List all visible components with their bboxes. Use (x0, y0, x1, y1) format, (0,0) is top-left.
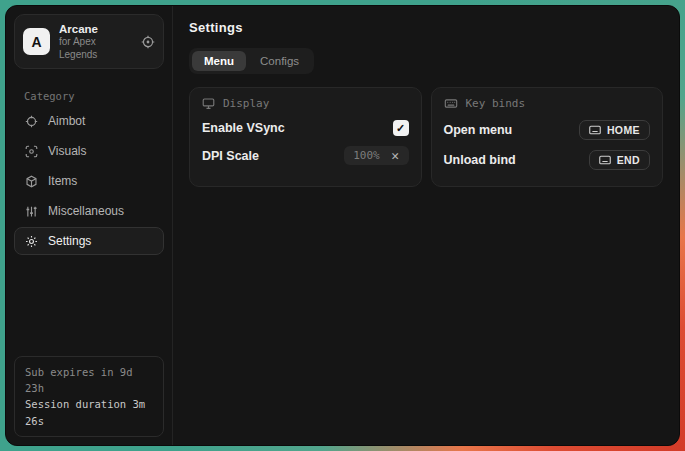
open-menu-row: Open menu HOME (444, 115, 651, 145)
sliders-icon (25, 205, 38, 218)
main-content: Settings Menu Configs Display (173, 6, 679, 445)
sidebar: A Arcane for Apex Legends Category (6, 6, 173, 445)
unload-keybind-button[interactable]: END (589, 150, 650, 170)
unload-key: END (617, 154, 640, 166)
keybinds-card-header: Key binds (444, 97, 651, 110)
dpi-label: DPI Scale (202, 149, 259, 163)
settings-cards-row: Display Enable VSync ✓ DPI Scale 100% ✕ (189, 87, 663, 187)
display-card: Display Enable VSync ✓ DPI Scale 100% ✕ (189, 87, 422, 187)
open-menu-label: Open menu (444, 123, 513, 137)
sidebar-item-visuals[interactable]: Visuals (14, 137, 164, 165)
sidebar-item-label: Miscellaneous (48, 204, 124, 218)
sidebar-item-label: Items (48, 174, 77, 188)
sidebar-item-settings[interactable]: Settings (14, 227, 164, 255)
session-duration-text: Session duration 3m 26s (25, 396, 153, 429)
open-menu-keybind-button[interactable]: HOME (579, 120, 650, 140)
app-logo: A (23, 28, 50, 55)
crosshair-icon (25, 115, 38, 128)
desktop-background: A Arcane for Apex Legends Category (0, 0, 685, 451)
sidebar-item-label: Visuals (48, 144, 86, 158)
brand-card: A Arcane for Apex Legends (14, 14, 164, 69)
keybinds-card-title: Key binds (466, 97, 526, 110)
tab-menu[interactable]: Menu (192, 51, 246, 71)
sub-expiry-text: Sub expires in 9d 23h (25, 364, 153, 397)
page-title: Settings (189, 20, 663, 35)
keyboard-icon (589, 125, 601, 135)
tab-configs[interactable]: Configs (248, 51, 311, 71)
category-label: Category (24, 90, 154, 102)
sidebar-item-label: Aimbot (48, 114, 85, 128)
sidebar-spacer (6, 255, 172, 348)
dpi-value: 100% (353, 149, 380, 162)
keybinds-card: Key binds Open menu HOME (431, 87, 664, 187)
sidebar-nav: Aimbot Visuals (6, 107, 172, 255)
unload-bind-row: Unload bind END (444, 145, 651, 175)
sidebar-item-items[interactable]: Items (14, 167, 164, 195)
brand-text: Arcane for Apex Legends (59, 22, 132, 61)
unload-bind-label: Unload bind (444, 153, 516, 167)
vsync-checkbox[interactable]: ✓ (393, 120, 409, 136)
sidebar-item-label: Settings (48, 234, 91, 248)
subscription-status-card: Sub expires in 9d 23h Session duration 3… (14, 356, 164, 437)
display-card-title: Display (223, 97, 269, 110)
dpi-row: DPI Scale 100% ✕ (202, 141, 409, 170)
keyboard-icon (444, 97, 458, 110)
target-icon[interactable] (141, 35, 155, 49)
clear-icon[interactable]: ✕ (391, 150, 400, 162)
keyboard-icon (599, 155, 611, 165)
package-icon (25, 175, 38, 188)
sidebar-item-miscellaneous[interactable]: Miscellaneous (14, 197, 164, 225)
sidebar-item-aimbot[interactable]: Aimbot (14, 107, 164, 135)
vsync-label: Enable VSync (202, 121, 285, 135)
settings-tabs: Menu Configs (189, 48, 314, 74)
scan-eye-icon (25, 145, 38, 158)
display-card-header: Display (202, 97, 409, 110)
vsync-row: Enable VSync ✓ (202, 115, 409, 141)
app-window: A Arcane for Apex Legends Category (5, 5, 680, 446)
open-menu-key: HOME (607, 124, 640, 136)
brand-subtitle: for Apex Legends (59, 36, 132, 61)
gear-icon (25, 235, 38, 248)
dpi-scale-input[interactable]: 100% ✕ (344, 146, 408, 165)
brand-title: Arcane (59, 22, 132, 36)
monitor-icon (202, 97, 215, 110)
